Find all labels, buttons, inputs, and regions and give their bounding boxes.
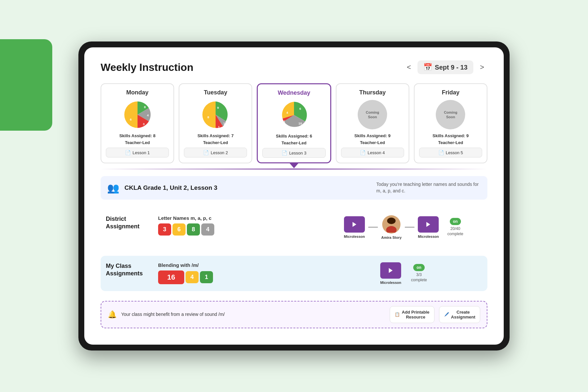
- svg-text:3: 3: [143, 122, 145, 126]
- chart-wednesday: 6 10 1 4: [262, 100, 325, 130]
- lesson-type-tuesday: Teacher-Led: [184, 140, 247, 145]
- lesson-icon-friday: 📄: [438, 150, 444, 155]
- lesson-icon-tuesday: 📄: [203, 150, 209, 155]
- lesson-type-thursday: Teacher-Led: [341, 140, 404, 145]
- district-assignment-section: DistrictAssignment Letter Names m, a, p,…: [101, 209, 487, 246]
- lesson-label-wednesday: Lesson 3: [289, 151, 306, 155]
- day-card-thursday[interactable]: Thursday ComingSoon Skills Assigned: 9 T…: [336, 83, 409, 163]
- microlesson-thumb-2: [418, 216, 439, 233]
- chart-friday: ComingSoon: [419, 100, 482, 129]
- chart-monday: 8 4 3 6: [106, 100, 169, 129]
- day-card-tuesday[interactable]: Tuesday 9 1 1 8: [179, 83, 252, 163]
- skills-tuesday: Skills Assigned: 7: [184, 133, 247, 138]
- tablet-frame: Weekly Instruction < 📅 Sept 9 - 13 > Mon…: [78, 41, 510, 350]
- svg-text:4: 4: [147, 113, 149, 117]
- day-card-friday[interactable]: Friday ComingSoon Skills Assigned: 9 Tea…: [414, 83, 487, 163]
- create-assignment-button[interactable]: 🖊️ CreateAssignment: [439, 306, 480, 323]
- district-toggle[interactable]: on 20/40complete: [448, 218, 464, 237]
- day-name-wednesday: Wednesday: [262, 90, 325, 96]
- media-item-microlesson-2[interactable]: Microlesson: [418, 216, 439, 238]
- class-score-chip-yellow: 4: [186, 271, 199, 283]
- lesson-type-wednesday: Teacher-Led: [262, 140, 325, 145]
- green-accent-decoration: [0, 39, 52, 131]
- lesson-icon-wednesday: 📄: [282, 150, 287, 155]
- microlesson-label-1: Microlesson: [344, 235, 365, 238]
- amira-label: Amira Story: [381, 236, 401, 239]
- header: Weekly Instruction < 📅 Sept 9 - 13 >: [101, 60, 487, 74]
- media-item-microlesson-1[interactable]: Microlesson: [344, 216, 365, 238]
- microlesson-label-2: Microlesson: [418, 235, 439, 238]
- chart-thursday: ComingSoon: [341, 100, 404, 129]
- lesson-label-monday: Lesson 1: [133, 150, 150, 155]
- svg-text:8: 8: [144, 106, 146, 109]
- coming-soon-friday: ComingSoon: [436, 100, 465, 129]
- class-assignment-title: Blending with /m/: [158, 262, 315, 268]
- svg-text:1: 1: [223, 122, 225, 125]
- printable-label: Add PrintableResource: [402, 310, 430, 319]
- lesson-btn-monday[interactable]: 📄 Lesson 1: [106, 148, 169, 157]
- lesson-icon-monday: 📄: [125, 150, 131, 155]
- connector-1: [368, 227, 378, 228]
- lesson-logo-icon: 👥: [107, 182, 119, 194]
- lesson-label-thursday: Lesson 4: [368, 150, 385, 155]
- calendar-icon: 📅: [423, 63, 432, 72]
- svg-text:8: 8: [207, 115, 209, 119]
- class-microlesson-thumb: [380, 262, 401, 279]
- class-score-chip-green: 1: [200, 271, 213, 283]
- class-toggle[interactable]: on 3/3complete: [411, 264, 427, 283]
- district-score-bar: 3 6 8 4: [158, 223, 315, 236]
- skills-thursday: Skills Assigned: 9: [341, 133, 404, 138]
- svg-text:6: 6: [130, 118, 132, 121]
- week-range-label: Sept 9 - 13: [435, 64, 467, 71]
- lesson-label-friday: Lesson 5: [446, 150, 463, 155]
- chart-tuesday: 9 1 1 8: [184, 100, 247, 129]
- score-chip-yellow: 6: [172, 223, 186, 236]
- day-name-friday: Friday: [419, 89, 482, 96]
- media-item-class-microlesson[interactable]: Microlesson: [380, 262, 401, 285]
- lesson-info-bar: 👥 CKLA Grade 1, Unit 2, Lesson 3 Today y…: [101, 176, 487, 199]
- lesson-btn-tuesday[interactable]: 📄 Lesson 2: [184, 148, 247, 157]
- media-item-amira[interactable]: Amira Story: [381, 215, 401, 239]
- connector-2: [405, 227, 415, 228]
- lesson-btn-wednesday[interactable]: 📄 Lesson 3: [262, 148, 325, 158]
- day-card-wednesday[interactable]: Wednesday 6 10 1 4: [257, 83, 331, 163]
- skills-monday: Skills Assigned: 8: [106, 133, 169, 138]
- prev-week-button[interactable]: <: [403, 62, 414, 73]
- day-name-monday: Monday: [106, 89, 169, 96]
- day-card-monday[interactable]: Monday 8 4 3 6: [101, 83, 174, 163]
- class-score-chip-red: 16: [158, 270, 184, 284]
- bell-icon: 🔔: [108, 310, 117, 319]
- toggle-on-class: on: [413, 264, 425, 271]
- toggle-on-district: on: [450, 218, 461, 225]
- class-media-row: Microlesson on 3/3complete: [325, 262, 482, 285]
- next-week-button[interactable]: >: [477, 62, 487, 73]
- day-name-tuesday: Tuesday: [184, 89, 247, 96]
- page-title: Weekly Instruction: [101, 61, 193, 74]
- svg-marker-12: [352, 222, 356, 227]
- add-printable-button[interactable]: 📋 Add PrintableResource: [390, 306, 434, 323]
- printable-icon: 📋: [395, 312, 400, 317]
- lesson-label-tuesday: Lesson 2: [211, 150, 228, 155]
- svg-text:1: 1: [284, 120, 286, 123]
- suggestion-text: Your class might benefit from a review o…: [121, 311, 385, 318]
- lesson-info-description: Today you're teaching letter names and s…: [376, 181, 481, 194]
- score-chip-green: 8: [187, 223, 200, 236]
- skills-friday: Skills Assigned: 9: [419, 133, 482, 138]
- svg-text:6: 6: [299, 107, 301, 110]
- skills-wednesday: Skills Assigned: 6: [262, 134, 325, 139]
- svg-point-15: [387, 218, 396, 224]
- create-label: CreateAssignment: [451, 310, 475, 319]
- days-row: Monday 8 4 3 6: [101, 83, 487, 163]
- lesson-type-friday: Teacher-Led: [419, 140, 482, 145]
- district-media-row: Microlesson Amira Story: [325, 215, 482, 239]
- class-microlesson-label: Microlesson: [380, 281, 401, 285]
- svg-text:4: 4: [286, 111, 288, 114]
- lesson-info-title: CKLA Grade 1, Unit 2, Lesson 3: [124, 184, 217, 191]
- district-assignment-title: Letter Names m, a, p, c: [158, 215, 315, 221]
- separator: [101, 169, 487, 170]
- score-chip-gray: 4: [201, 223, 214, 236]
- week-badge: 📅 Sept 9 - 13: [417, 60, 473, 74]
- svg-marker-17: [389, 268, 393, 273]
- lesson-btn-thursday[interactable]: 📄 Lesson 4: [341, 148, 404, 157]
- lesson-btn-friday[interactable]: 📄 Lesson 5: [419, 148, 482, 157]
